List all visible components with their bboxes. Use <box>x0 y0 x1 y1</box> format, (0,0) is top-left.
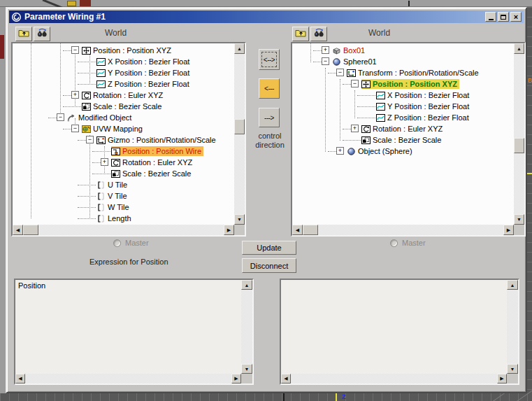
scroll-down-button[interactable]: ▼ <box>507 364 518 374</box>
right-go-to-parent-button[interactable] <box>292 27 309 41</box>
tree-row[interactable]: −Sphere01 <box>292 56 514 67</box>
tree-row[interactable]: V Tile <box>13 190 234 202</box>
scroll-left-button[interactable]: ◀ <box>281 374 291 384</box>
titlebar[interactable]: Parameter Wiring #1 × <box>9 10 524 23</box>
disconnect-button[interactable]: Disconnect <box>242 258 296 273</box>
right-expression-content[interactable] <box>281 280 507 374</box>
tree-row[interactable]: −Position : Position XYZ <box>292 78 514 90</box>
scroll-up-icon: ▲ <box>237 46 242 51</box>
minimize-button[interactable] <box>485 12 496 22</box>
close-button[interactable]: × <box>510 12 522 22</box>
tree-row[interactable]: Z Position : Bezier Float <box>292 112 514 123</box>
right-tree[interactable]: +Box01−Sphere01−Transform : Position/Rot… <box>292 43 514 225</box>
scroll-down-button[interactable]: ▼ <box>234 214 245 225</box>
tree-row[interactable]: Y Position : Bezier Float <box>13 67 234 78</box>
tree-row[interactable]: −Gizmo : Position/Rotation/Scale <box>13 134 234 146</box>
expression-hscrollbar[interactable]: ◀ ▶ <box>15 374 241 384</box>
tree-row[interactable]: +Object (Sphere) <box>292 146 514 157</box>
update-button[interactable]: Update <box>242 241 296 255</box>
tree-row[interactable]: −Modified Object <box>13 112 234 123</box>
left-go-to-parent-button[interactable] <box>15 27 32 41</box>
tree-row[interactable]: Scale : Bezier Scale <box>13 101 234 112</box>
tree-row[interactable]: +Rotation : Euler XYZ <box>292 123 514 134</box>
collapse-box[interactable]: − <box>86 136 94 143</box>
tree-row[interactable]: Z Position : Bezier Float <box>13 78 234 90</box>
scroll-right-button[interactable]: ▶ <box>497 374 507 384</box>
tree-row[interactable]: Position : Position Wire <box>13 146 234 157</box>
expression-vscrollbar[interactable]: ▲ ▼ <box>241 280 252 374</box>
right-find-button[interactable] <box>310 27 327 41</box>
scroll-left-icon: ◀ <box>284 376 287 381</box>
scroll-right-button[interactable]: ▶ <box>231 374 241 384</box>
scroll-track[interactable] <box>507 290 518 364</box>
tree-row[interactable]: X Position : Bezier Float <box>13 56 234 67</box>
scroll-left-button[interactable]: ◀ <box>13 225 23 235</box>
tree-row[interactable]: −UVW Mapping <box>13 123 234 134</box>
tree-row[interactable]: −Position : Position XYZ <box>13 45 234 56</box>
scroll-track[interactable] <box>241 290 252 364</box>
tree-row[interactable]: W Tile <box>13 202 234 213</box>
collapse-box[interactable]: − <box>322 57 329 65</box>
scroll-up-button[interactable]: ▲ <box>514 43 524 54</box>
scroll-track[interactable] <box>514 54 524 214</box>
scroll-up-icon: ▲ <box>517 46 522 51</box>
collapse-box[interactable]: − <box>336 69 344 76</box>
expand-box[interactable]: + <box>71 91 79 99</box>
bezier-float-icon <box>96 69 106 77</box>
expand-box[interactable]: + <box>322 46 329 54</box>
tree-row[interactable]: −Transform : Position/Rotation/Scale <box>292 67 514 78</box>
two-way-wire-button[interactable]: <--> <box>259 49 280 70</box>
tree-row[interactable]: Y Position : Bezier Float <box>292 101 514 112</box>
right-tree-hscrollbar[interactable]: ◀ ▶ <box>292 225 514 235</box>
scroll-down-button[interactable]: ▼ <box>241 364 252 374</box>
wire-right-direction-button[interactable]: ---> <box>259 108 280 127</box>
right-expression-box[interactable]: ▲ ▼ ◀ ▶ <box>280 279 519 385</box>
expand-box[interactable]: + <box>336 147 344 155</box>
collapse-box[interactable]: − <box>71 125 79 132</box>
left-expression-content[interactable]: Position <box>15 280 241 374</box>
tree-row[interactable]: +Rotation : Euler XYZ <box>13 90 234 101</box>
scroll-left-button[interactable]: ◀ <box>292 225 303 235</box>
scroll-up-button[interactable]: ▲ <box>507 280 518 290</box>
tree-connector <box>78 84 96 85</box>
scroll-track[interactable] <box>303 225 503 235</box>
tree-row[interactable]: Scale : Bezier Scale <box>13 168 234 179</box>
left-tree-vscrollbar[interactable]: ▲ ▼ <box>234 43 245 225</box>
collapse-box[interactable]: − <box>71 46 79 54</box>
tree-row[interactable]: U Tile <box>13 179 234 190</box>
tree-row[interactable]: +Box01 <box>292 45 514 56</box>
scroll-right-button[interactable]: ▶ <box>503 225 514 235</box>
scroll-up-button[interactable]: ▲ <box>234 43 245 54</box>
wire-left-direction-button[interactable]: <--- <box>259 78 280 99</box>
scroll-up-button[interactable]: ▲ <box>241 280 252 290</box>
scroll-thumb[interactable] <box>303 225 318 235</box>
right-tree-vscrollbar[interactable]: ▲ ▼ <box>514 43 524 225</box>
expression-vscrollbar[interactable]: ▲ ▼ <box>507 280 518 374</box>
tree-label: Object (Sphere) <box>358 147 412 155</box>
scroll-thumb[interactable] <box>23 225 38 235</box>
expand-box[interactable]: + <box>101 158 108 166</box>
scroll-thumb[interactable] <box>514 138 524 153</box>
expand-box[interactable]: + <box>351 125 359 132</box>
tree-row[interactable]: X Position : Bezier Float <box>292 90 514 101</box>
scroll-track[interactable] <box>25 374 231 384</box>
tree-row[interactable]: Length <box>13 213 234 224</box>
expression-hscrollbar[interactable]: ◀ ▶ <box>281 374 507 384</box>
left-find-button[interactable] <box>34 27 50 41</box>
collapse-box[interactable]: − <box>351 80 359 87</box>
scroll-right-icon: ▶ <box>500 376 503 381</box>
left-tree[interactable]: −Position : Position XYZX Position : Bez… <box>13 43 234 225</box>
tree-row[interactable]: Scale : Bezier Scale <box>292 134 514 146</box>
scroll-track[interactable] <box>23 225 224 235</box>
tree-row[interactable]: +Rotation : Euler XYZ <box>13 157 234 168</box>
scale-icon <box>361 136 371 144</box>
scroll-thumb[interactable] <box>234 119 245 134</box>
maximize-button[interactable] <box>498 12 509 22</box>
left-tree-hscrollbar[interactable]: ◀ ▶ <box>13 225 234 235</box>
scroll-left-button[interactable]: ◀ <box>15 374 25 384</box>
left-expression-box[interactable]: Position ▲ ▼ ◀ ▶ <box>14 279 254 385</box>
collapse-box[interactable]: − <box>57 113 64 121</box>
scroll-right-button[interactable]: ▶ <box>224 225 234 235</box>
scroll-down-button[interactable]: ▼ <box>514 214 524 225</box>
scroll-track[interactable] <box>291 374 497 384</box>
